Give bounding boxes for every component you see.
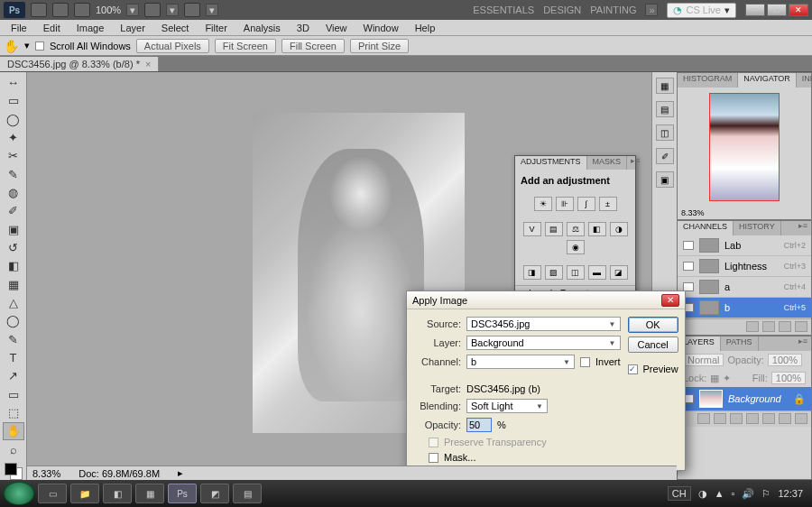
view-extras-icon[interactable]	[74, 3, 90, 17]
crop-tool[interactable]: ✂	[3, 147, 24, 164]
preview-checkbox[interactable]: ✓	[628, 364, 638, 374]
zoom-level[interactable]: 100%	[96, 5, 121, 15]
invert-checkbox[interactable]	[580, 357, 590, 367]
task-app2[interactable]: ▦	[135, 484, 164, 503]
move-tool[interactable]: ↔	[3, 74, 24, 91]
save-selection-icon[interactable]	[762, 321, 775, 332]
cancel-button[interactable]: Cancel	[628, 336, 678, 353]
lock-position-icon[interactable]: ✦	[723, 373, 731, 384]
wand-tool[interactable]: ✦	[3, 129, 24, 146]
close-button[interactable]: ✕	[789, 4, 808, 16]
layer-select[interactable]: Background▼	[466, 336, 621, 350]
menu-3d[interactable]: 3D	[290, 21, 317, 35]
navigator-thumbnail[interactable]	[709, 93, 780, 201]
tray-volume-icon[interactable]: 🔊	[742, 488, 754, 500]
tray-icon[interactable]: ▲	[715, 488, 724, 499]
task-app1[interactable]: ◧	[103, 484, 132, 503]
source-select[interactable]: DSC3456.jpg▼	[466, 317, 621, 331]
arrange-docs-icon[interactable]	[144, 3, 161, 17]
menu-select[interactable]: Select	[154, 21, 197, 35]
cslive-button[interactable]: CS Live ▾	[667, 3, 736, 18]
channel-a[interactable]: aCtrl+4	[678, 277, 811, 298]
exposure-icon[interactable]: ±	[599, 197, 617, 211]
balance-icon[interactable]: ⚖	[567, 222, 585, 236]
tray-icon[interactable]: ◑	[698, 488, 707, 500]
screen-dropdown-icon[interactable]: ▾	[206, 4, 218, 16]
status-arrow-icon[interactable]: ▸	[178, 467, 183, 479]
tab-masks[interactable]: MASKS	[587, 156, 628, 170]
opacity-value[interactable]: 100%	[768, 354, 802, 366]
menu-edit[interactable]: Edit	[36, 21, 68, 35]
dialog-close-button[interactable]: ✕	[661, 294, 679, 307]
task-photoshop[interactable]: Ps	[168, 484, 197, 503]
history-brush-tool[interactable]: ↺	[3, 239, 24, 256]
mixer-icon[interactable]: ◉	[567, 240, 585, 254]
blur-tool[interactable]: △	[3, 294, 24, 311]
lasso-tool[interactable]: ◯	[3, 111, 24, 128]
shape-tool[interactable]: ▭	[3, 386, 24, 403]
channels-menu-icon[interactable]: ▸≡	[795, 221, 811, 235]
workspace-essentials[interactable]: ESSENTIALS	[473, 5, 534, 15]
minimize-button[interactable]: —	[745, 4, 765, 16]
channel-b[interactable]: bCtrl+5	[678, 298, 811, 318]
menu-view[interactable]: View	[318, 21, 355, 35]
tab-close-icon[interactable]: ×	[145, 59, 151, 69]
color-panel-icon[interactable]: ▦	[656, 78, 674, 94]
tab-histogram[interactable]: HISTOGRAM	[678, 73, 738, 88]
channel-select[interactable]: b▼	[466, 355, 575, 369]
ok-button[interactable]: OK	[628, 317, 678, 333]
tab-info[interactable]: INFO	[797, 73, 812, 88]
tab-navigator[interactable]: NAVIGATOR	[738, 73, 797, 88]
hand-tool[interactable]: ✋	[3, 422, 24, 439]
print-size-button[interactable]: Print Size	[350, 39, 409, 53]
menu-layer[interactable]: Layer	[113, 21, 152, 35]
task-explorer[interactable]: ▭	[38, 484, 67, 503]
blend-mode-select[interactable]: Normal	[683, 354, 724, 366]
eyedropper-tool[interactable]: ✎	[3, 166, 24, 183]
maximize-button[interactable]: ☐	[767, 4, 787, 16]
group-icon[interactable]	[762, 413, 775, 424]
trash-icon[interactable]	[795, 413, 807, 424]
menu-help[interactable]: Help	[408, 21, 443, 35]
channel-lab[interactable]: LabCtrl+2	[678, 235, 811, 256]
workspace-design[interactable]: DESIGN	[543, 5, 581, 15]
document-tab[interactable]: DSC3456.jpg @ 8.33% (b/8) * ×	[0, 57, 159, 71]
channel-lightness[interactable]: LightnessCtrl+3	[678, 256, 811, 277]
type-tool[interactable]: T	[3, 349, 24, 366]
minibridge-icon[interactable]	[52, 3, 69, 17]
color-swatch[interactable]	[5, 463, 23, 480]
menu-window[interactable]: Window	[356, 21, 406, 35]
fx-icon[interactable]	[714, 413, 726, 424]
threshold-icon[interactable]: ◫	[567, 265, 585, 280]
layers-menu-icon[interactable]: ▸≡	[795, 336, 811, 351]
scroll-all-checkbox[interactable]	[35, 41, 44, 51]
gradient-tool[interactable]: ▦	[3, 276, 24, 293]
task-app4[interactable]: ▤	[233, 484, 262, 503]
heal-tool[interactable]: ◍	[3, 184, 24, 201]
mask-icon[interactable]	[730, 413, 743, 424]
tab-paths[interactable]: PATHS	[721, 336, 759, 351]
visibility-icon[interactable]	[683, 241, 694, 250]
eraser-tool[interactable]: ◧	[3, 257, 24, 274]
path-tool[interactable]: ↗	[3, 367, 24, 384]
link-icon[interactable]	[697, 413, 710, 424]
photo-filter-icon[interactable]: ◑	[610, 222, 628, 236]
status-zoom[interactable]: 8.33%	[32, 468, 60, 479]
menu-analysis[interactable]: Analysis	[236, 21, 288, 35]
status-doc[interactable]: Doc: 69.8M/69.8M	[78, 468, 160, 479]
bridge-icon[interactable]	[31, 3, 47, 17]
marquee-tool[interactable]: ▭	[3, 92, 24, 109]
brush-panel-icon[interactable]: ✐	[656, 148, 674, 164]
clock[interactable]: 12:37	[778, 488, 803, 499]
hue-icon[interactable]: ▤	[545, 222, 563, 236]
workspace-painting[interactable]: PAINTING	[590, 5, 636, 15]
opacity-input[interactable]	[466, 418, 492, 432]
zoom-tool[interactable]: ⌕	[3, 441, 24, 458]
pen-tool[interactable]: ✎	[3, 331, 24, 348]
task-app3[interactable]: ◩	[200, 484, 229, 503]
brush-tool[interactable]: ✐	[3, 202, 24, 219]
clone-panel-icon[interactable]: ▣	[656, 171, 674, 188]
selective-icon[interactable]: ◪	[610, 265, 628, 280]
tool-dropdown-icon[interactable]: ▾	[24, 40, 30, 51]
menu-image[interactable]: Image	[69, 21, 112, 35]
